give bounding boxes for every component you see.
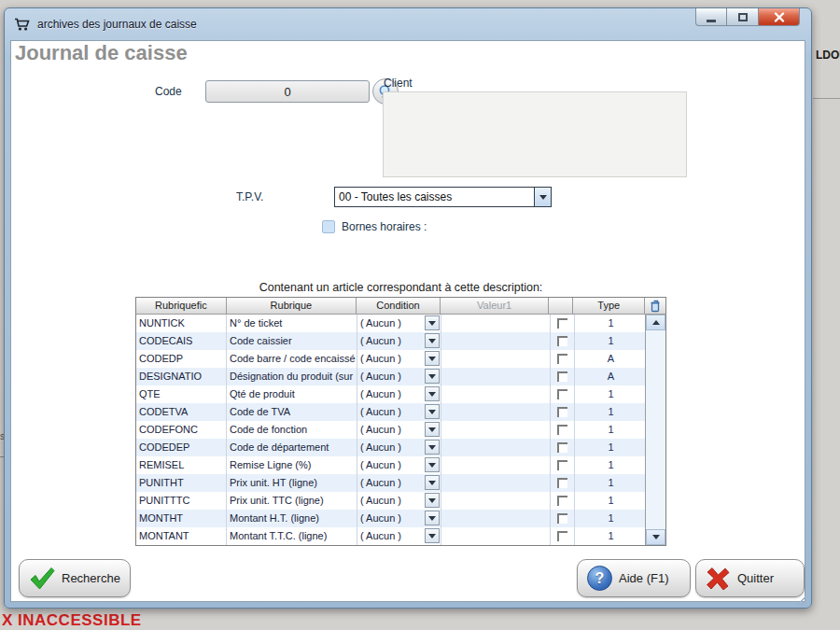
close-button[interactable] [759,8,800,26]
maximize-button[interactable] [727,8,759,26]
cell-rubrique[interactable]: Code de TVA [227,403,357,421]
row-checkbox[interactable] [557,513,567,524]
condition-dropdown-button[interactable] [425,475,440,490]
row-checkbox[interactable] [557,531,567,541]
cell-condition[interactable]: ( Aucun ) [357,456,441,474]
table-row[interactable]: PUNITTTC Prix unit. TTC (ligne) ( Aucun … [136,492,647,510]
cell-valeur1[interactable] [441,315,551,332]
cell-condition[interactable]: ( Aucun ) [357,439,441,456]
cell-rubriquefic[interactable]: CODEFONC [136,421,227,439]
table-row[interactable]: CODECAIS Code caissier ( Aucun ) 1 [136,332,647,350]
header-valeur1[interactable]: Valeur1 [441,298,550,315]
cell-valeur1[interactable] [441,403,551,421]
scroll-down-button[interactable] [646,529,665,545]
minimize-button[interactable] [695,8,727,26]
header-corner[interactable] [645,298,665,315]
cell-valeur1[interactable] [441,368,551,385]
cell-condition[interactable]: ( Aucun ) [357,385,441,403]
cell-rubrique[interactable]: Code caissier [227,332,357,350]
cell-condition[interactable]: ( Aucun ) [357,332,441,350]
cell-rubriquefic[interactable]: REMISEL [136,456,227,474]
quitter-button[interactable]: Quitter [695,559,805,597]
cell-valeur1[interactable] [441,421,551,439]
cell-condition[interactable]: ( Aucun ) [357,527,441,545]
cell-valeur1[interactable] [441,332,551,350]
cell-rubriquefic[interactable]: QTE [136,385,227,403]
scroll-up-button[interactable] [646,315,665,330]
tpv-dropdown-button[interactable] [534,188,551,206]
cell-condition[interactable]: ( Aucun ) [357,492,441,510]
row-checkbox[interactable] [557,407,567,417]
row-checkbox[interactable] [557,354,567,364]
condition-dropdown-button[interactable] [425,351,440,366]
cell-rubrique[interactable]: Remise Ligne (%) [227,456,357,474]
cell-rubrique[interactable]: Montant H.T. (ligne) [227,510,357,527]
cell-rubriquefic[interactable]: CODEDEP [136,439,227,456]
table-row[interactable]: REMISEL Remise Ligne (%) ( Aucun ) 1 [136,456,647,474]
header-rubrique[interactable]: Rubrique [227,298,357,315]
cell-rubriquefic[interactable]: MONTHT [136,510,227,527]
condition-dropdown-button[interactable] [425,457,440,472]
condition-dropdown-button[interactable] [425,511,440,525]
cell-rubriquefic[interactable]: CODETVA [136,403,227,421]
header-condition[interactable]: Condition [357,298,441,315]
table-row[interactable]: QTE Qté de produit ( Aucun ) 1 [136,385,647,403]
cell-condition[interactable]: ( Aucun ) [357,403,441,421]
cell-rubrique[interactable]: Prix unit. TTC (ligne) [227,492,357,510]
cell-rubrique[interactable]: Prix unit. HT (ligne) [227,474,357,492]
row-checkbox[interactable] [557,496,567,506]
cell-valeur1[interactable] [441,527,551,545]
cell-valeur1[interactable] [441,385,551,403]
cell-rubrique[interactable]: Code de fonction [227,421,357,439]
cell-rubriquefic[interactable]: PUNITTTC [136,492,227,510]
condition-dropdown-button[interactable] [425,404,440,419]
table-row[interactable]: PUNITHT Prix unit. HT (ligne) ( Aucun ) … [136,474,647,492]
condition-dropdown-button[interactable] [425,493,440,508]
row-checkbox[interactable] [557,371,567,382]
cell-valeur1[interactable] [441,510,551,527]
cell-rubriquefic[interactable]: DESIGNATIO [136,368,227,385]
table-row[interactable]: CODEFONC Code de fonction ( Aucun ) 1 [136,421,647,439]
cell-valeur1[interactable] [441,456,551,474]
cell-valeur1[interactable] [441,350,551,368]
row-checkbox[interactable] [557,318,567,329]
row-checkbox[interactable] [557,336,567,346]
row-checkbox[interactable] [557,442,567,453]
row-checkbox[interactable] [557,478,567,488]
cell-rubrique[interactable]: Désignation du produit (sur [227,368,357,385]
condition-dropdown-button[interactable] [425,528,440,543]
header-checkbox[interactable] [549,298,573,315]
titlebar[interactable]: archives des journaux de caisse [5,8,811,40]
tpv-select[interactable]: 00 - Toutes les caisses [334,187,552,207]
cell-rubrique[interactable]: Montant T.T.C. (ligne) [227,527,357,545]
code-input[interactable] [205,80,370,103]
condition-dropdown-button[interactable] [425,440,440,455]
cell-condition[interactable]: ( Aucun ) [357,368,441,385]
condition-dropdown-button[interactable] [425,315,440,330]
cell-valeur1[interactable] [441,474,551,492]
row-checkbox[interactable] [557,425,567,435]
cell-rubriquefic[interactable]: CODEDP [136,350,227,368]
cell-rubriquefic[interactable]: PUNITHT [136,474,227,492]
cell-condition[interactable]: ( Aucun ) [357,350,441,368]
recherche-button[interactable]: Recherche [19,559,131,597]
condition-dropdown-button[interactable] [425,422,440,437]
cell-rubrique[interactable]: Code de département [227,439,357,456]
cell-rubrique[interactable]: N° de ticket [227,315,357,332]
table-row[interactable]: NUNTICK N° de ticket ( Aucun ) 1 [136,315,647,332]
cell-rubriquefic[interactable]: CODECAIS [136,332,227,350]
condition-dropdown-button[interactable] [425,386,440,401]
aide-button[interactable]: ? Aide (F1) [577,559,691,597]
row-checkbox[interactable] [557,389,567,399]
header-rubriquefic[interactable]: Rubriquefic [136,298,227,315]
cell-valeur1[interactable] [441,439,551,456]
cell-condition[interactable]: ( Aucun ) [357,510,441,527]
cell-valeur1[interactable] [441,492,551,510]
table-row[interactable]: CODEDEP Code de département ( Aucun ) 1 [136,439,647,456]
cell-condition[interactable]: ( Aucun ) [357,474,441,492]
table-row[interactable]: CODEDP Code barre / code encaissé ( ( Au… [136,350,647,368]
condition-dropdown-button[interactable] [425,369,440,384]
header-type[interactable]: Type [573,298,645,315]
condition-dropdown-button[interactable] [425,333,440,348]
table-scrollbar[interactable] [645,315,665,545]
